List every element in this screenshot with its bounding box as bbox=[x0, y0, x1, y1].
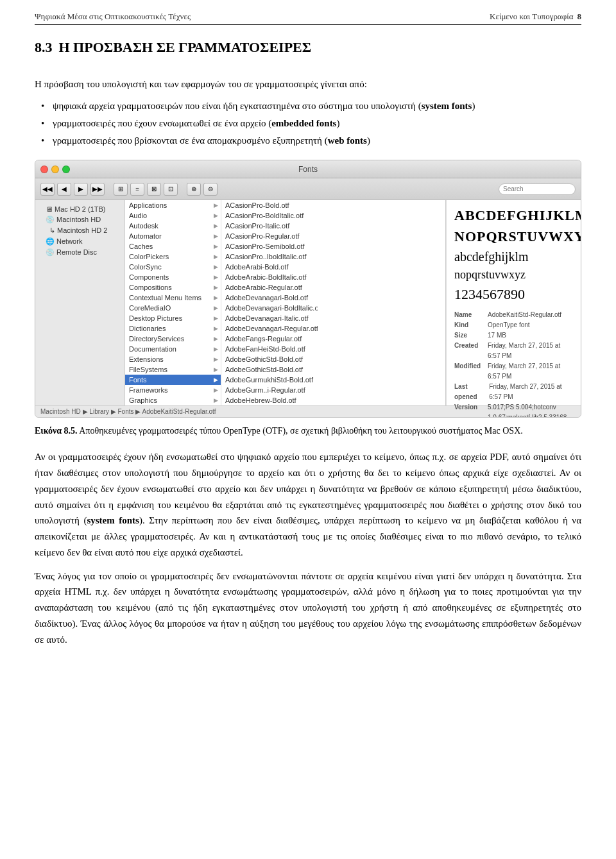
section-header: 8.3 Η ΠΡΟΣΒΑΣΗ ΣΕ ΓΡΑΜΜΑΤΟΣΕΙΡΕΣ bbox=[35, 39, 581, 66]
col1-autodesk[interactable]: Autodesk▶ bbox=[125, 221, 221, 231]
font-info-created-label: Created bbox=[454, 341, 485, 361]
col1-fonts[interactable]: Fonts▶ bbox=[125, 375, 221, 385]
col2-acasion-regular[interactable]: ACasionPro-Regular.otf bbox=[221, 231, 318, 241]
finder-body: 🖥 Mac HD 2 (1TB) 💿 Macintosh HD ↳ Macint… bbox=[35, 200, 581, 405]
col1-caches[interactable]: Caches▶ bbox=[125, 241, 221, 251]
col2-adobearabic-bolditalic[interactable]: AdobeArabic-BoldItalic.otf bbox=[221, 272, 318, 282]
section-title: Η ΠΡΟΣΒΑΣΗ ΣΕ ΓΡΑΜΜΑΤΟΣΕΙΡΕΣ bbox=[59, 39, 312, 56]
col1-desktoppictures[interactable]: Desktop Pictures▶ bbox=[125, 313, 221, 323]
col2-adobedevanagari-bolditalic[interactable]: AdobeDevanagari-BoldItalic.otf bbox=[221, 303, 318, 313]
preview-lowercase-2: nopqrstuvwxyz bbox=[454, 268, 573, 282]
col2-acasion-ibolditalic[interactable]: ACasionPro..IboldItalic.otf bbox=[221, 251, 318, 262]
col2-adobegurmukhistd[interactable]: AdobeGurmukhiStd-Bold.otf bbox=[221, 375, 318, 385]
col2-adobegothicstd-bold[interactable]: AdobeGothicStd-Bold.otf bbox=[221, 354, 318, 364]
col2-adobegurmukhi2[interactable]: AdobeGurm..i-Regular.otf bbox=[221, 385, 318, 395]
finder-col-2: ACasionPro-Bold.otf ACasionPro-BoldItali… bbox=[221, 200, 318, 405]
back-button[interactable]: ◀ bbox=[57, 183, 71, 196]
sidebar-item-macintoshhd[interactable]: 💿 Macintosh HD bbox=[35, 214, 124, 225]
col2-acasion-italic[interactable]: ACasionPro-Italic.otf bbox=[221, 221, 318, 231]
font-info-version-label: Version bbox=[454, 402, 485, 418]
finder-toolbar: ◀◀ ◀ ▶ ▶▶ ⊞ ≡ ⊠ ⊡ ⊕ ⊖ bbox=[35, 178, 581, 200]
figure-caption: Εικόνα 8.5. Αποθηκευμένες γραμματοσειρές… bbox=[35, 424, 581, 438]
font-info-version-row: Version 5.017;PS 5.004;hotconv 1.0.67;ma… bbox=[454, 402, 573, 418]
view-btn-4[interactable]: ⊡ bbox=[164, 183, 178, 196]
finder-titlebar: Fonts bbox=[35, 160, 581, 178]
back-back-button[interactable]: ◀◀ bbox=[40, 183, 55, 196]
font-info-modified-row: Modified Friday, March 27, 2015 at 6:57 … bbox=[454, 361, 573, 382]
window-buttons bbox=[40, 166, 70, 173]
font-info-name-row: Name AdobeKaitiStd-Regular.otf bbox=[454, 310, 573, 320]
col1-applications[interactable]: Applications▶ bbox=[125, 200, 221, 210]
col2-adobedevanagari-regular[interactable]: AdobeDevanagari-Regular.otf bbox=[221, 323, 318, 334]
col2-adobearabi-bold[interactable]: AdobeArabi-Bold.otf bbox=[221, 262, 318, 272]
font-info-lastopened-val: Friday, March 27, 2015 at 6:57 PM bbox=[489, 382, 573, 402]
header-left-title: Ψηφιακά Μέσα στις Οπτικοακουστικές Τέχνε… bbox=[35, 12, 191, 22]
action-btn-1[interactable]: ⊕ bbox=[187, 183, 201, 196]
col2-adobedevanagari-italic[interactable]: AdobeDevanagari-Italic.otf bbox=[221, 313, 318, 323]
col2-adobehebrew-bold[interactable]: AdobeHebrew-Bold.otf bbox=[221, 395, 318, 405]
col2-acasion-bold[interactable]: ACasionPro-Bold.otf bbox=[221, 200, 318, 210]
sidebar-item-macintoshhd2[interactable]: ↳ Macintosh HD 2 bbox=[35, 225, 124, 236]
font-info-kind-row: Kind OpenType font bbox=[454, 320, 573, 330]
font-info-size-row: Size 17 MB bbox=[454, 330, 573, 341]
col1-components[interactable]: Components▶ bbox=[125, 272, 221, 282]
preview-lowercase-1: abcdefghijklm bbox=[454, 248, 573, 265]
col2-adobearabic-regular[interactable]: AdobeArabic-Regular.otf bbox=[221, 282, 318, 293]
sidebar-item-network[interactable]: 🌐 Network bbox=[35, 236, 124, 247]
sidebar-item-remotedisc[interactable]: 💿 Remote Disc bbox=[35, 247, 124, 258]
col1-audio[interactable]: Audio▶ bbox=[125, 210, 221, 221]
col1-automator[interactable]: Automator▶ bbox=[125, 231, 221, 241]
view-btn-3[interactable]: ⊠ bbox=[147, 183, 161, 196]
col1-graphics[interactable]: Graphics▶ bbox=[125, 395, 221, 405]
forward-forward-button[interactable]: ▶▶ bbox=[90, 183, 105, 196]
col1-coremediaio[interactable]: CoreMediaIO▶ bbox=[125, 303, 221, 313]
finder-columns: Applications▶ Audio▶ Autodesk▶ Automator… bbox=[125, 200, 446, 405]
col2-acasion-semibold[interactable]: ACasionPro-Semibold.otf bbox=[221, 241, 318, 251]
font-info-lastopened-label: Last opened bbox=[454, 382, 486, 402]
col1-extensions[interactable]: Extensions▶ bbox=[125, 354, 221, 364]
col2-acasion-bolditalic[interactable]: ACasionPro-BoldItalic.otf bbox=[221, 210, 318, 221]
font-info: Name AdobeKaitiStd-Regular.otf Kind Open… bbox=[454, 310, 573, 418]
view-btn-1[interactable]: ⊞ bbox=[114, 183, 128, 196]
col1-directoryservices[interactable]: DirectoryServices▶ bbox=[125, 334, 221, 344]
paragraph-1: Αν οι γραμματοσειρές έχουν ήδη ενσωματωθ… bbox=[35, 449, 581, 560]
col1-frameworks[interactable]: Frameworks▶ bbox=[125, 385, 221, 395]
maximize-button[interactable] bbox=[62, 166, 70, 173]
finder-col-1: Applications▶ Audio▶ Autodesk▶ Automator… bbox=[125, 200, 221, 405]
col1-filesystems[interactable]: FileSystems▶ bbox=[125, 364, 221, 375]
forward-button[interactable]: ▶ bbox=[74, 183, 88, 196]
view-btn-2[interactable]: ≡ bbox=[130, 183, 144, 196]
finder-sidebar: 🖥 Mac HD 2 (1TB) 💿 Macintosh HD ↳ Macint… bbox=[35, 200, 125, 405]
section-number: 8.3 bbox=[35, 39, 53, 56]
font-info-lastopened-row: Last opened Friday, March 27, 2015 at 6:… bbox=[454, 382, 573, 402]
font-info-modified-label: Modified bbox=[454, 361, 485, 382]
screenshot-window: Fonts ◀◀ ◀ ▶ ▶▶ ⊞ ≡ ⊠ ⊡ ⊕ ⊖ 🖥 Mac HD 2 (… bbox=[35, 160, 581, 418]
col2-adobefangs-regular[interactable]: AdobeFangs-Regular.otf bbox=[221, 334, 318, 344]
paragraph-2: Ένας λόγος για τον οποίο οι γραμματοσειρ… bbox=[35, 568, 581, 648]
col1-colorsync[interactable]: ColorSync▶ bbox=[125, 262, 221, 272]
col1-documentation[interactable]: Documentation▶ bbox=[125, 344, 221, 354]
search-input[interactable] bbox=[499, 183, 576, 195]
header-right-label: Κείμενο και Τυπογραφία bbox=[490, 12, 573, 22]
figure-caption-bold: Εικόνα 8.5. bbox=[35, 426, 78, 436]
col2-adobegothicstd-bold2[interactable]: AdobeGothicStd-Bold.otf bbox=[221, 364, 318, 375]
preview-uppercase-1: ABCDEFGHIJKLM bbox=[454, 207, 573, 225]
page-header: Ψηφιακά Μέσα στις Οπτικοακουστικές Τέχνε… bbox=[35, 12, 581, 25]
sidebar-item-machd2[interactable]: 🖥 Mac HD 2 (1TB) bbox=[35, 204, 124, 214]
close-button[interactable] bbox=[40, 166, 48, 173]
font-info-version-val: 5.017;PS 5.004;hotconv 1.0.67;makeotf.li… bbox=[488, 402, 573, 418]
font-info-name-val: AdobeKaitiStd-Regular.otf bbox=[488, 310, 561, 320]
minimize-button[interactable] bbox=[51, 166, 59, 173]
breadcrumb-text: Macintosh HD ▶ Library ▶ Fonts ▶ AdobeKa… bbox=[40, 408, 216, 415]
col2-adobefanheistd-bold[interactable]: AdobeFanHeiStd-Bold.otf bbox=[221, 344, 318, 354]
window-title: Fonts bbox=[298, 165, 318, 174]
col1-compositions[interactable]: Compositions▶ bbox=[125, 282, 221, 293]
col1-dictionaries[interactable]: Dictionaries▶ bbox=[125, 323, 221, 334]
preview-uppercase-2: NOPQRSTUVWXYZ bbox=[454, 228, 573, 246]
col1-contextualmenuitems[interactable]: Contextual Menu Items▶ bbox=[125, 293, 221, 303]
col1-colorpickers[interactable]: ColorPickers▶ bbox=[125, 251, 221, 262]
font-preview-panel: ABCDEFGHIJKLM NOPQRSTUVWXYZ abcdefghijkl… bbox=[446, 200, 581, 405]
col2-adobedevanagari-bold[interactable]: AdobeDevanagari-Bold.otf bbox=[221, 293, 318, 303]
action-btn-2[interactable]: ⊖ bbox=[203, 183, 218, 196]
list-item: γραμματοσειρές που έχουν ενσωματωθεί σε … bbox=[41, 115, 581, 132]
